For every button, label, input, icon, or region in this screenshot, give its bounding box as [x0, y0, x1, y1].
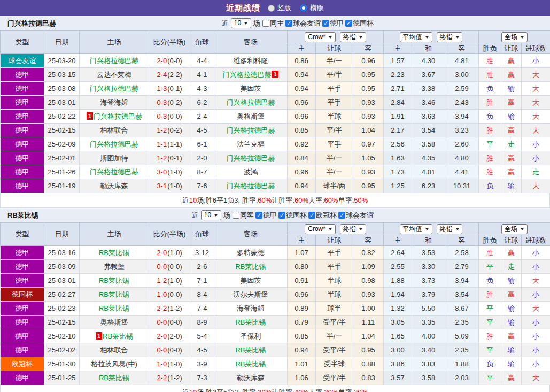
vertical-layout-radio[interactable]: 竖版 [268, 3, 291, 13]
home-team[interactable]: 门兴格拉德巴赫 [80, 137, 149, 151]
final-index-select[interactable]: 终指▼ [437, 32, 463, 42]
competition-type-badge: 球会友谊 [1, 54, 44, 68]
fulltime-score: 2-2 [157, 304, 167, 312]
competition-type-badge: 德甲 [1, 165, 44, 179]
full-match-select[interactable]: 全场▼ [501, 224, 528, 234]
corner-count: 4-1 [190, 68, 214, 82]
odds-home: 0.85 [288, 329, 316, 343]
away-team[interactable]: 沃尔夫斯堡 [214, 288, 288, 302]
match-date: 25-03-09 [44, 260, 80, 274]
away-team[interactable]: 门兴格拉德巴赫 [214, 151, 288, 165]
league-checkbox[interactable]: ✓德国杯 [345, 19, 374, 28]
result-goals: 大 [522, 82, 550, 96]
away-team[interactable]: 维多利科隆 [214, 54, 288, 68]
odds-home: 0.94 [288, 179, 316, 193]
average-odds-select[interactable]: 平均值▼ [400, 32, 432, 42]
league-checkbox[interactable]: ✓德甲 [322, 19, 344, 28]
crow-odds-select[interactable]: Crow*▼ [305, 224, 336, 234]
home-team[interactable]: 柏林联合 [80, 124, 149, 137]
odds-home: 0.96 [288, 96, 316, 110]
column-header: 类型 [1, 31, 44, 54]
select-group-header: 平均值▼终指▼ [384, 31, 479, 43]
games-count-select[interactable]: 10▼ [201, 210, 221, 220]
away-team[interactable]: RB莱比锡 [214, 316, 288, 329]
away-team[interactable]: 多特蒙德 [214, 246, 288, 260]
handicap-line: 球半/两 [316, 179, 353, 193]
competition-type-badge: 德甲 [1, 110, 44, 124]
home-team[interactable]: 柏林联合 [80, 343, 149, 357]
vertical-layout-label: 竖版 [277, 3, 291, 13]
league-checkbox[interactable]: ✓球会友谊 [285, 19, 321, 28]
away-team[interactable]: 奥格斯堡 [214, 110, 288, 124]
home-team[interactable]: 门兴格拉德巴赫 [80, 54, 149, 68]
away-team[interactable]: 门兴格拉德巴赫 [214, 96, 288, 110]
summary-text: 60% [324, 196, 338, 204]
column-header: 比分(半场) [149, 223, 190, 246]
odds-away: 0.88 [353, 357, 384, 371]
halftime-score: (0-2) [167, 126, 182, 134]
home-team[interactable]: 门兴格拉德巴赫 [80, 165, 149, 179]
away-team[interactable]: 美因茨 [214, 274, 288, 288]
summary-text: 让胜率: [272, 388, 295, 392]
home-team[interactable]: RB莱比锡 [80, 246, 149, 260]
team-section: RB莱比锡近10▼场同客✓德甲✓德国杯✓欧冠杯✓球会友谊类型日期主场比分(半场)… [0, 208, 550, 392]
league-checkbox[interactable]: ✓德甲 [255, 211, 277, 220]
away-team[interactable]: 勒沃库森 [214, 371, 288, 385]
home-team[interactable]: RB莱比锡 [80, 371, 149, 385]
away-team[interactable]: RB莱比锡 [214, 260, 288, 274]
summary-text: 近 [182, 196, 189, 205]
average-odds-select[interactable]: 平均值▼ [400, 224, 432, 234]
horizontal-layout-radio[interactable]: 横版 [300, 3, 324, 13]
away-team[interactable]: 门兴格拉德巴赫 [214, 179, 288, 193]
full-match-select[interactable]: 全场▼ [501, 32, 528, 42]
red-card-badge: 1 [87, 112, 93, 120]
league-checkbox[interactable]: ✓欧冠杯 [308, 211, 337, 220]
away-team[interactable]: 门兴格拉德巴赫 [214, 124, 288, 137]
home-team[interactable]: RB莱比锡 [80, 274, 149, 288]
home-team[interactable]: 1门兴格拉德巴赫 [80, 110, 149, 124]
away-team[interactable]: 门兴格拉德巴赫1 [214, 68, 288, 82]
crow-odds-select[interactable]: Crow*▼ [305, 32, 336, 42]
fulltime-score: 1-3 [157, 84, 167, 93]
home-team[interactable]: 1RB莱比锡 [80, 329, 149, 343]
same-venue-checkbox[interactable]: 同主 [262, 19, 284, 28]
column-subheader: 让球 [316, 235, 353, 246]
avg-away-odds: 10.31 [445, 179, 479, 193]
avg-away-odds: 2.43 [445, 96, 479, 110]
corner-count: 4-4 [190, 54, 214, 68]
final-index-select[interactable]: 终指▼ [340, 224, 366, 234]
away-team[interactable]: 美因茨 [214, 82, 288, 96]
final-index-select[interactable]: 终指▼ [340, 32, 366, 42]
final-index-select[interactable]: 终指▼ [437, 224, 463, 234]
home-team[interactable]: RB莱比锡 [80, 302, 149, 316]
odds-away: 1.04 [353, 124, 384, 137]
home-team[interactable]: 勒沃库森 [80, 179, 149, 193]
away-team[interactable]: 海登海姆 [214, 302, 288, 316]
home-team[interactable]: 奥格斯堡 [80, 316, 149, 329]
away-team[interactable]: 法兰克福 [214, 137, 288, 151]
result-goals: 小 [522, 137, 550, 151]
away-team[interactable]: RB莱比锡 [214, 343, 288, 357]
result-outcome: 负 [479, 357, 501, 371]
away-team[interactable]: 波鸿 [214, 165, 288, 179]
home-team[interactable]: RB莱比锡 [80, 288, 149, 302]
halftime-score: (1-0) [167, 276, 182, 285]
league-checkbox[interactable]: ✓德国杯 [278, 211, 307, 220]
home-team[interactable]: 云达不莱梅 [80, 68, 149, 82]
away-team[interactable]: 圣保利 [214, 329, 288, 343]
away-team[interactable]: RB莱比锡 [214, 357, 288, 371]
home-team[interactable]: 格拉茨风暴(中) [80, 357, 149, 371]
score: 0-3(0-2) [149, 96, 190, 110]
games-count-select[interactable]: 10▼ [231, 18, 251, 28]
column-header: 主场 [80, 223, 149, 246]
home-team[interactable]: 斯图加特 [80, 151, 149, 165]
league-checkbox[interactable]: ✓球会友谊 [338, 211, 374, 220]
home-team[interactable]: 海登海姆 [80, 96, 149, 110]
unchecked-checkbox-icon [262, 20, 269, 27]
same-venue-checkbox[interactable]: 同客 [233, 211, 254, 220]
avg-draw-odds: 5.50 [412, 302, 445, 316]
select-value: 终指 [343, 225, 356, 233]
fulltime-score: 0-3 [157, 98, 167, 106]
home-team[interactable]: 门兴格拉德巴赫 [80, 82, 149, 96]
home-team[interactable]: 弗赖堡 [80, 260, 149, 274]
